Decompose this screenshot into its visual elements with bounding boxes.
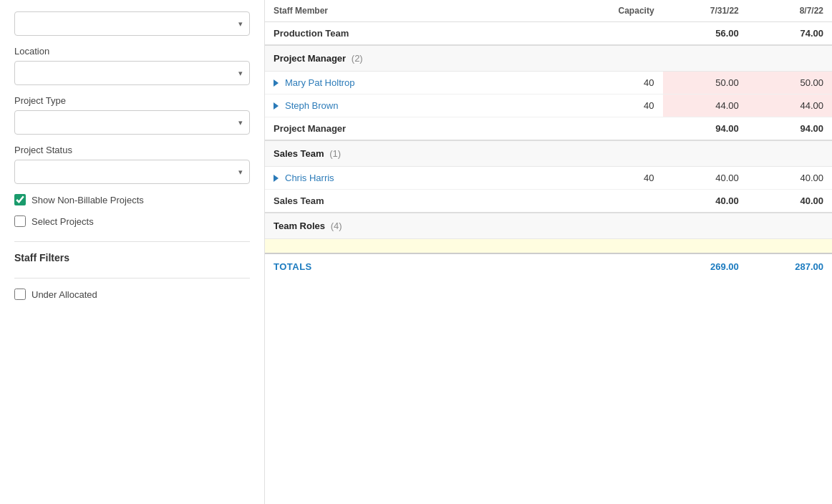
production-team-date2: 74.00 xyxy=(748,22,832,46)
first-filter-select[interactable] xyxy=(14,11,250,36)
sales-team-group-label: Sales Team (1) xyxy=(265,140,832,167)
production-team-date1: 56.00 xyxy=(663,22,748,46)
steph-brown-date2: 44.00 xyxy=(748,94,832,117)
steph-brown-capacity: 40 xyxy=(586,94,662,117)
production-team-summary-row: Production Team 56.00 74.00 xyxy=(265,22,832,46)
staff-filters-divider xyxy=(14,241,250,242)
col-header-date1: 7/31/22 xyxy=(663,0,748,22)
right-panel: Staff Member Capacity 7/31/22 8/7/22 Pro… xyxy=(265,0,832,504)
left-panel: ▾ Location ▾ Project Type ▾ Project Stat… xyxy=(0,0,265,504)
project-status-filter-select[interactable] xyxy=(14,160,250,184)
team-roles-partial xyxy=(265,239,832,253)
project-status-filter-label: Project Status xyxy=(14,145,250,155)
show-non-billable-checkbox[interactable] xyxy=(14,194,26,205)
show-non-billable-row: Show Non-Billable Projects xyxy=(14,194,250,205)
project-type-filter-select[interactable] xyxy=(14,110,250,135)
project-manager-summary-label: Project Manager xyxy=(265,117,586,141)
under-allocated-checkbox[interactable] xyxy=(14,289,26,300)
sales-team-summary-label: Sales Team xyxy=(265,190,586,213)
staff-name-chris-harris: Chris Harris xyxy=(265,167,586,190)
under-allocated-label: Under Allocated xyxy=(32,289,97,300)
select-projects-label: Select Projects xyxy=(32,216,94,227)
show-non-billable-label: Show Non-Billable Projects xyxy=(32,195,144,205)
project-type-filter-label: Project Type xyxy=(14,95,250,106)
steph-brown-date1: 44.00 xyxy=(663,94,748,117)
table-header-row: Staff Member Capacity 7/31/22 8/7/22 xyxy=(265,0,832,22)
col-header-date2: 8/7/22 xyxy=(748,0,832,22)
staff-filters-title: Staff Filters xyxy=(14,252,250,263)
totals-capacity xyxy=(586,253,662,279)
totals-row: TOTALS 269.00 287.00 xyxy=(265,253,832,279)
team-roles-group-label: Team Roles (4) xyxy=(265,213,832,239)
staff-name-mary-pat: Mary Pat Holtrop xyxy=(265,72,586,94)
project-manager-group-header: Project Manager (2) xyxy=(265,45,832,72)
project-manager-summary-row: Project Manager 94.00 94.00 xyxy=(265,117,832,141)
team-roles-group-header: Team Roles (4) xyxy=(265,213,832,239)
table-row: Chris Harris 40 40.00 40.00 xyxy=(265,167,832,190)
sales-team-summary-capacity xyxy=(586,190,662,213)
chris-harris-date1: 40.00 xyxy=(663,167,748,190)
sales-team-group-header: Sales Team (1) xyxy=(265,140,832,167)
staff-link-steph-brown[interactable]: Steph Brown xyxy=(274,100,578,111)
production-team-capacity xyxy=(586,22,662,46)
project-status-filter-wrapper: ▾ xyxy=(14,160,250,184)
totals-label: TOTALS xyxy=(265,253,586,279)
expand-icon-mary-pat xyxy=(274,79,279,87)
totals-date1: 269.00 xyxy=(663,253,748,279)
sales-team-summary-row: Sales Team 40.00 40.00 xyxy=(265,190,832,213)
staffing-table: Staff Member Capacity 7/31/22 8/7/22 Pro… xyxy=(265,0,832,279)
location-filter-select[interactable] xyxy=(14,61,250,85)
production-team-label: Production Team xyxy=(265,22,586,46)
expand-icon-steph-brown xyxy=(274,102,279,110)
staff-link-chris-harris[interactable]: Chris Harris xyxy=(274,173,578,183)
sales-team-summary-date2: 40.00 xyxy=(748,190,832,213)
staff-filters-divider-2 xyxy=(14,278,250,278)
project-type-filter-wrapper: ▾ xyxy=(14,110,250,135)
select-projects-checkbox[interactable] xyxy=(14,215,26,227)
col-header-capacity: Capacity xyxy=(586,0,662,22)
sales-team-summary-date1: 40.00 xyxy=(663,190,748,213)
totals-date2: 287.00 xyxy=(748,253,832,279)
project-manager-summary-date1: 94.00 xyxy=(663,117,748,141)
mary-pat-date1: 50.00 xyxy=(663,72,748,94)
staff-link-mary-pat[interactable]: Mary Pat Holtrop xyxy=(274,77,578,88)
table-row: Steph Brown 40 44.00 44.00 xyxy=(265,94,832,117)
table-row xyxy=(265,239,832,253)
table-row: Mary Pat Holtrop 40 50.00 50.00 xyxy=(265,72,832,94)
expand-icon-chris-harris xyxy=(274,175,279,182)
first-filter-wrapper: ▾ xyxy=(14,11,250,36)
under-allocated-row: Under Allocated xyxy=(14,289,250,300)
mary-pat-date2: 50.00 xyxy=(748,72,832,94)
project-manager-summary-date2: 94.00 xyxy=(748,117,832,141)
select-projects-row: Select Projects xyxy=(14,215,250,227)
project-manager-summary-capacity xyxy=(586,117,662,141)
mary-pat-capacity: 40 xyxy=(586,72,662,94)
project-manager-group-label: Project Manager (2) xyxy=(265,45,832,72)
location-filter-label: Location xyxy=(14,46,250,57)
chris-harris-date2: 40.00 xyxy=(748,167,832,190)
chris-harris-capacity: 40 xyxy=(586,167,662,190)
staff-name-steph-brown: Steph Brown xyxy=(265,94,586,117)
col-header-staff-member: Staff Member xyxy=(265,0,586,22)
location-filter-wrapper: ▾ xyxy=(14,61,250,85)
